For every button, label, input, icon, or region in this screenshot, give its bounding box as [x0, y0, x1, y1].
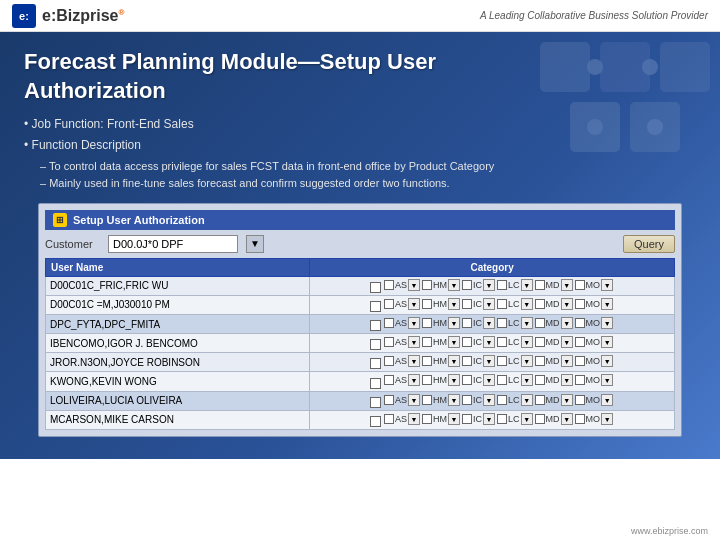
- category-select[interactable]: ▼: [521, 394, 533, 406]
- category-select[interactable]: ▼: [561, 394, 573, 406]
- category-select[interactable]: ▼: [521, 336, 533, 348]
- category-select[interactable]: ▼: [408, 374, 420, 386]
- category-checkbox[interactable]: [497, 318, 507, 328]
- category-checkbox[interactable]: [422, 318, 432, 328]
- category-select[interactable]: ▼: [561, 279, 573, 291]
- category-select[interactable]: ▼: [561, 298, 573, 310]
- row-checkbox[interactable]: [370, 301, 381, 312]
- category-select[interactable]: ▼: [483, 317, 495, 329]
- category-checkbox[interactable]: [462, 318, 472, 328]
- category-select[interactable]: ▼: [483, 355, 495, 367]
- category-checkbox[interactable]: [462, 337, 472, 347]
- category-checkbox[interactable]: [575, 375, 585, 385]
- category-select[interactable]: ▼: [448, 374, 460, 386]
- category-checkbox[interactable]: [497, 375, 507, 385]
- category-select[interactable]: ▼: [448, 279, 460, 291]
- category-checkbox[interactable]: [422, 395, 432, 405]
- category-checkbox[interactable]: [575, 318, 585, 328]
- row-checkbox[interactable]: [370, 416, 381, 427]
- category-checkbox[interactable]: [422, 375, 432, 385]
- category-checkbox[interactable]: [575, 395, 585, 405]
- category-checkbox[interactable]: [422, 414, 432, 424]
- category-select[interactable]: ▼: [408, 413, 420, 425]
- category-checkbox[interactable]: [535, 280, 545, 290]
- category-checkbox[interactable]: [535, 318, 545, 328]
- query-button[interactable]: Query: [623, 235, 675, 253]
- row-checkbox[interactable]: [370, 397, 381, 408]
- category-checkbox[interactable]: [462, 414, 472, 424]
- category-select[interactable]: ▼: [561, 336, 573, 348]
- category-checkbox[interactable]: [535, 299, 545, 309]
- category-checkbox[interactable]: [384, 375, 394, 385]
- category-select[interactable]: ▼: [408, 394, 420, 406]
- category-select[interactable]: ▼: [408, 336, 420, 348]
- category-checkbox[interactable]: [575, 414, 585, 424]
- category-checkbox[interactable]: [497, 356, 507, 366]
- category-checkbox[interactable]: [535, 356, 545, 366]
- category-select[interactable]: ▼: [483, 394, 495, 406]
- category-select[interactable]: ▼: [601, 336, 613, 348]
- category-select[interactable]: ▼: [408, 279, 420, 291]
- customer-input[interactable]: [108, 235, 238, 253]
- row-checkbox[interactable]: [370, 358, 381, 369]
- category-select[interactable]: ▼: [601, 374, 613, 386]
- category-checkbox[interactable]: [384, 299, 394, 309]
- category-select[interactable]: ▼: [448, 336, 460, 348]
- category-select[interactable]: ▼: [483, 336, 495, 348]
- category-checkbox[interactable]: [535, 375, 545, 385]
- category-checkbox[interactable]: [497, 414, 507, 424]
- category-select[interactable]: ▼: [561, 374, 573, 386]
- category-checkbox[interactable]: [462, 299, 472, 309]
- category-checkbox[interactable]: [497, 299, 507, 309]
- category-select[interactable]: ▼: [521, 317, 533, 329]
- category-checkbox[interactable]: [384, 395, 394, 405]
- category-select[interactable]: ▼: [448, 413, 460, 425]
- category-select[interactable]: ▼: [521, 279, 533, 291]
- category-select[interactable]: ▼: [521, 413, 533, 425]
- category-checkbox[interactable]: [575, 337, 585, 347]
- category-select[interactable]: ▼: [601, 317, 613, 329]
- category-checkbox[interactable]: [497, 395, 507, 405]
- category-select[interactable]: ▼: [521, 355, 533, 367]
- row-checkbox[interactable]: [370, 320, 381, 331]
- category-checkbox[interactable]: [575, 299, 585, 309]
- category-select[interactable]: ▼: [561, 355, 573, 367]
- category-checkbox[interactable]: [384, 280, 394, 290]
- category-checkbox[interactable]: [497, 337, 507, 347]
- category-checkbox[interactable]: [462, 375, 472, 385]
- category-checkbox[interactable]: [384, 318, 394, 328]
- category-select[interactable]: ▼: [448, 298, 460, 310]
- category-select[interactable]: ▼: [601, 394, 613, 406]
- category-select[interactable]: ▼: [483, 413, 495, 425]
- category-select[interactable]: ▼: [561, 317, 573, 329]
- category-select[interactable]: ▼: [408, 355, 420, 367]
- customer-dropdown[interactable]: ▼: [246, 235, 264, 253]
- category-select[interactable]: ▼: [483, 279, 495, 291]
- category-select[interactable]: ▼: [408, 317, 420, 329]
- category-checkbox[interactable]: [384, 414, 394, 424]
- category-checkbox[interactable]: [384, 356, 394, 366]
- category-checkbox[interactable]: [462, 356, 472, 366]
- row-checkbox[interactable]: [370, 339, 381, 350]
- category-checkbox[interactable]: [497, 280, 507, 290]
- category-select[interactable]: ▼: [601, 355, 613, 367]
- category-checkbox[interactable]: [535, 337, 545, 347]
- category-checkbox[interactable]: [535, 414, 545, 424]
- category-checkbox[interactable]: [422, 299, 432, 309]
- category-checkbox[interactable]: [535, 395, 545, 405]
- row-checkbox[interactable]: [370, 378, 381, 389]
- category-select[interactable]: ▼: [483, 298, 495, 310]
- category-select[interactable]: ▼: [448, 355, 460, 367]
- category-select[interactable]: ▼: [601, 298, 613, 310]
- category-select[interactable]: ▼: [521, 374, 533, 386]
- category-checkbox[interactable]: [575, 280, 585, 290]
- category-select[interactable]: ▼: [448, 394, 460, 406]
- category-checkbox[interactable]: [384, 337, 394, 347]
- category-checkbox[interactable]: [422, 356, 432, 366]
- category-checkbox[interactable]: [462, 280, 472, 290]
- category-select[interactable]: ▼: [521, 298, 533, 310]
- category-select[interactable]: ▼: [601, 413, 613, 425]
- category-select[interactable]: ▼: [448, 317, 460, 329]
- row-checkbox[interactable]: [370, 282, 381, 293]
- category-select[interactable]: ▼: [483, 374, 495, 386]
